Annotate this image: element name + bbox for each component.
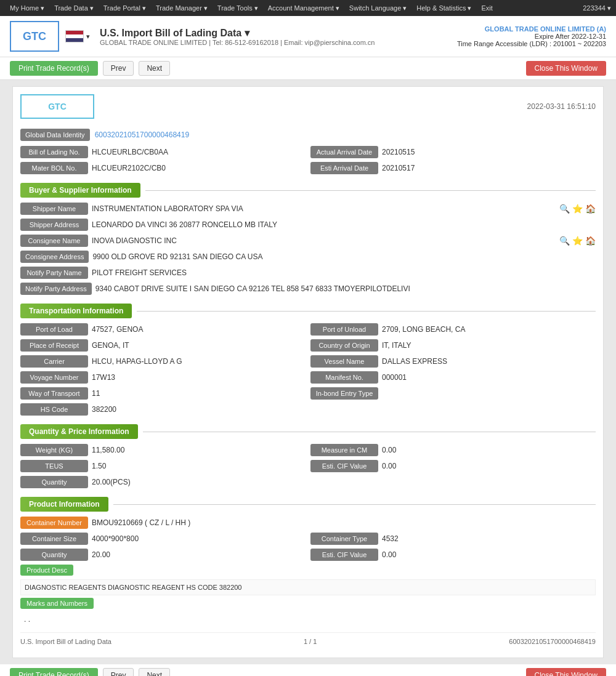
product-esti-cif-label: Esti. CIF Value [310, 549, 378, 561]
voyage-number-pair: Voyage Number 17W13 [20, 371, 306, 384]
nav-trade-portal[interactable]: Trade Portal ▾ [99, 4, 151, 12]
transportation-section-header: Transportation Information [20, 304, 596, 318]
mater-bol-label: Mater BOL No. [20, 162, 88, 174]
next-button-top[interactable]: Next [139, 61, 170, 76]
country-of-origin-pair: Country of Origin IT, ITALY [310, 339, 596, 352]
shipper-search-icon[interactable]: 🔍 [559, 204, 570, 214]
country-of-origin-label: Country of Origin [310, 339, 378, 352]
consignee-star-icon[interactable]: ⭐ [572, 236, 583, 246]
way-inbond-row: Way of Transport 11 In-bond Entry Type [20, 387, 596, 400]
print-button-top[interactable]: Print Trade Record(s) [10, 61, 98, 76]
shipper-actions: 🔍 ⭐ 🏠 [559, 204, 596, 214]
container-number-value: BMOU9210669 ( CZ / L / HH ) [92, 518, 596, 527]
consignee-search-icon[interactable]: 🔍 [559, 236, 570, 246]
page-subtitle: GLOBAL TRADE ONLINE LIMITED | Tel: 86-51… [100, 39, 375, 46]
vessel-name-pair: Vessel Name DALLAS EXPRESS [310, 355, 596, 368]
notify-party-address-label: Notify Party Address [20, 283, 92, 295]
user-id: 223344 ▾ [583, 4, 611, 12]
hs-code-row: HS Code 382200 [20, 403, 596, 416]
mater-bol-pair: Mater BOL No. HLCUEUR2102C/CB0 [20, 162, 306, 174]
carrier-vessel-row: Carrier HLCU, HAPAG-LLOYD A G Vessel Nam… [20, 355, 596, 368]
bottom-toolbar: Print Trade Record(s) Prev Next Close Th… [0, 664, 616, 676]
consignee-address-value: 9900 OLD GROVE RD 92131 SAN DIEGO CA USA [92, 252, 596, 261]
container-size-value: 4000*900*800 [92, 534, 306, 543]
marks-button[interactable]: Marks and Numbers [20, 598, 94, 609]
page-header: GTC ▾ U.S. Import Bill of Lading Data ▾ … [0, 16, 616, 57]
buyer-supplier-section-header: Buyer & Supplier Information [20, 183, 596, 198]
product-desc-button[interactable]: Product Desc [20, 565, 73, 576]
container-type-value: 4532 [382, 534, 596, 543]
global-data-identity-label: Global Data Identity [20, 129, 90, 141]
notify-party-name-row: Notify Party Name PILOT FREIGHT SERVICES [20, 267, 596, 279]
port-of-load-pair: Port of Load 47527, GENOA [20, 323, 306, 336]
quantity-value: 20.00(PCS) [92, 478, 596, 486]
product-quantity-label: Quantity [20, 549, 88, 561]
card-logo: GTC [20, 94, 94, 119]
global-data-identity-value: 60032021051700000468419 [95, 131, 596, 139]
section-line [145, 190, 596, 191]
carrier-label: Carrier [20, 355, 88, 368]
weight-kg-pair: Weight (KG) 11,580.00 [20, 444, 306, 456]
print-button-bottom[interactable]: Print Trade Record(s) [10, 668, 98, 676]
nav-trade-manager[interactable]: Trade Manager ▾ [151, 4, 213, 12]
product-desc-row: Product Desc [20, 565, 596, 576]
logo-area: GTC ▾ [10, 21, 90, 52]
nav-my-home[interactable]: My Home ▾ [5, 4, 49, 12]
weight-kg-value: 11,580.00 [92, 446, 306, 454]
carrier-value: HLCU, HAPAG-LLOYD A G [92, 357, 306, 366]
nav-help-statistics[interactable]: Help & Statistics ▾ [411, 4, 476, 12]
nav-switch-language[interactable]: Switch Language ▾ [344, 4, 411, 12]
close-button-bottom[interactable]: Close This Window [526, 668, 606, 676]
product-esti-cif-pair: Esti. CIF Value 0.00 [310, 549, 596, 561]
nav-exit[interactable]: Exit [476, 4, 497, 12]
port-of-load-value: 47527, GENOA [92, 325, 306, 334]
shipper-home-icon[interactable]: 🏠 [585, 204, 596, 214]
footer-page-label: U.S. Import Bill of Lading Data [20, 638, 111, 645]
teus-pair: TEUS 1.50 [20, 460, 306, 472]
prev-button-bottom[interactable]: Prev [103, 668, 134, 676]
weight-measure-row: Weight (KG) 11,580.00 Measure in CM 0.00 [20, 444, 596, 456]
measure-cm-label: Measure in CM [310, 444, 378, 456]
voyage-number-label: Voyage Number [20, 371, 88, 384]
product-esti-cif-value: 0.00 [382, 550, 596, 559]
close-button-top[interactable]: Close This Window [526, 61, 606, 76]
bol-value: HLCUEURLBC/CB0AA [92, 148, 306, 156]
section-line-3 [143, 432, 596, 432]
nav-trade-data[interactable]: Trade Data ▾ [49, 4, 99, 12]
port-of-unload-pair: Port of Unload 2709, LONG BEACH, CA [310, 323, 596, 336]
manifest-no-label: Manifest No. [310, 371, 378, 384]
esti-cif-pair: Esti. CIF Value 0.00 [310, 460, 596, 472]
marks-row: Marks and Numbers [20, 598, 596, 609]
next-button-bottom[interactable]: Next [139, 668, 170, 676]
consignee-home-icon[interactable]: 🏠 [585, 236, 596, 246]
quantity-price-title: Quantity & Price Information [20, 424, 138, 439]
card-footer: U.S. Import Bill of Lading Data 1 / 1 60… [20, 632, 596, 650]
quantity-row: Quantity 20.00(PCS) [20, 476, 596, 488]
consignee-name-label: Consignee Name [20, 235, 88, 247]
way-of-transport-pair: Way of Transport 11 [20, 387, 306, 400]
shipper-name-value: INSTRUMENTATION LABORATORY SPA VIA [92, 204, 556, 213]
actual-arrival-pair: Actual Arrival Date 20210515 [310, 146, 596, 158]
nav-trade-tools[interactable]: Trade Tools ▾ [213, 4, 263, 12]
top-navigation: My Home ▾ Trade Data ▾ Trade Portal ▾ Tr… [0, 0, 616, 16]
flag-selector[interactable]: ▾ [65, 30, 90, 42]
product-qty-cif-row: Quantity 20.00 Esti. CIF Value 0.00 [20, 549, 596, 561]
shipper-address-label: Shipper Address [20, 219, 88, 231]
teus-cif-row: TEUS 1.50 Esti. CIF Value 0.00 [20, 460, 596, 472]
actual-arrival-label: Actual Arrival Date [310, 146, 378, 158]
main-content: GTC 2022-03-31 16:51:10 Global Data Iden… [0, 80, 616, 664]
nav-account-management[interactable]: Account Management ▾ [263, 4, 344, 12]
actual-arrival-value: 20210515 [382, 148, 596, 156]
container-number-label: Container Number [20, 517, 88, 529]
product-section-header: Product Information [20, 497, 596, 512]
port-load-unload-row: Port of Load 47527, GENOA Port of Unload… [20, 323, 596, 336]
shipper-star-icon[interactable]: ⭐ [572, 204, 583, 214]
quantity-label: Quantity [20, 476, 88, 488]
measure-cm-value: 0.00 [382, 446, 596, 454]
in-bond-entry-pair: In-bond Entry Type [310, 387, 596, 400]
time-range: Time Range Accessible (LDR) : 201001 ~ 2… [457, 40, 606, 47]
product-quantity-value: 20.00 [92, 550, 306, 559]
marks-value: . . [20, 613, 596, 626]
prev-button-top[interactable]: Prev [103, 61, 134, 76]
carrier-pair: Carrier HLCU, HAPAG-LLOYD A G [20, 355, 306, 368]
